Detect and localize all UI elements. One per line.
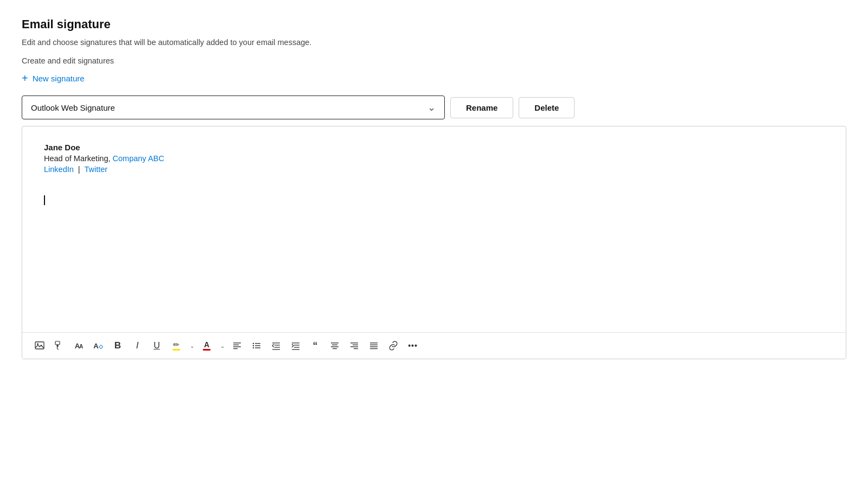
svg-rect-0 xyxy=(35,342,44,349)
font-size-decrease-button[interactable]: AA xyxy=(70,337,87,354)
page-title: Email signature xyxy=(22,17,846,31)
font-color-dropdown-button[interactable]: ⌄ xyxy=(218,337,226,354)
align-center-icon xyxy=(330,341,340,351)
signature-editor[interactable]: Jane Doe Head of Marketing, Company ABC … xyxy=(22,126,846,359)
svg-point-1 xyxy=(37,344,39,345)
align-right-icon xyxy=(349,341,359,351)
font-size-increase-icon: A◇ xyxy=(93,342,103,350)
font-color-button[interactable]: A xyxy=(198,337,215,354)
italic-button[interactable]: I xyxy=(129,337,146,354)
align-left-icon xyxy=(232,341,242,351)
editor-cursor-area xyxy=(44,195,824,205)
justify-button[interactable] xyxy=(365,337,382,354)
svg-point-9 xyxy=(253,345,254,346)
insert-image-button[interactable] xyxy=(31,337,48,354)
new-signature-button[interactable]: + New signature xyxy=(22,73,85,84)
format-painter-button[interactable] xyxy=(50,337,68,354)
sig-title-text: Head of Marketing, xyxy=(44,154,113,163)
signature-dropdown[interactable]: Outlook Web Signature ⌄ xyxy=(22,96,445,119)
font-color-bar xyxy=(203,349,210,351)
image-icon xyxy=(35,341,44,351)
bullet-list-button[interactable] xyxy=(248,337,265,354)
section-label: Create and edit signatures xyxy=(22,56,846,65)
controls-row: Outlook Web Signature ⌄ Rename Delete xyxy=(22,96,846,119)
plus-icon: + xyxy=(22,73,28,84)
italic-icon: I xyxy=(136,340,139,351)
editor-body[interactable]: Jane Doe Head of Marketing, Company ABC … xyxy=(22,126,846,332)
highlight-dropdown-button[interactable]: ⌄ xyxy=(187,337,196,354)
twitter-link[interactable]: Twitter xyxy=(84,165,107,174)
sig-company-link[interactable]: Company ABC xyxy=(113,154,164,163)
align-left-button[interactable] xyxy=(228,337,246,354)
align-center-button[interactable] xyxy=(326,337,343,354)
linkedin-link[interactable]: LinkedIn xyxy=(44,165,74,174)
highlight-button[interactable]: ✏ xyxy=(168,337,185,354)
font-size-increase-button[interactable]: A◇ xyxy=(90,337,107,354)
rename-button[interactable]: Rename xyxy=(450,97,513,118)
indent-decrease-icon xyxy=(271,341,281,351)
bullet-list-icon xyxy=(252,341,261,351)
justify-icon xyxy=(369,341,379,351)
indent-increase-button[interactable] xyxy=(287,337,304,354)
subtitle-text: Edit and choose signatures that will be … xyxy=(22,38,846,47)
sig-name: Jane Doe xyxy=(44,143,824,152)
link-separator: | xyxy=(78,165,80,174)
signature-dropdown-value: Outlook Web Signature xyxy=(31,103,115,112)
align-right-button[interactable] xyxy=(346,337,363,354)
underline-button[interactable]: U xyxy=(148,337,165,354)
insert-link-button[interactable] xyxy=(385,337,402,354)
svg-rect-2 xyxy=(55,341,60,345)
highlight-icon: ✏ xyxy=(173,341,180,351)
sig-title-line: Head of Marketing, Company ABC xyxy=(44,154,824,163)
sig-links-line: LinkedIn | Twitter xyxy=(44,165,824,174)
svg-rect-3 xyxy=(57,345,59,347)
delete-button[interactable]: Delete xyxy=(519,97,575,118)
new-signature-label: New signature xyxy=(33,74,85,83)
indent-increase-icon xyxy=(291,341,301,351)
text-cursor xyxy=(44,195,45,205)
font-size-decrease-icon: AA xyxy=(75,342,83,350)
svg-point-8 xyxy=(253,343,254,344)
bold-button[interactable]: B xyxy=(109,337,126,354)
font-color-icon: A xyxy=(203,341,210,351)
highlight-chevron-icon: ⌄ xyxy=(190,343,194,349)
indent-decrease-button[interactable] xyxy=(267,337,285,354)
quote-button[interactable]: “ xyxy=(307,337,324,354)
svg-point-10 xyxy=(253,347,254,348)
bold-icon: B xyxy=(114,340,121,351)
link-icon xyxy=(388,341,398,351)
chevron-down-icon: ⌄ xyxy=(427,101,436,113)
brush-icon xyxy=(54,341,64,351)
editor-toolbar: AA A◇ B I U ✏ ⌄ A xyxy=(22,332,846,359)
highlight-color-bar xyxy=(173,349,180,351)
font-color-chevron-icon: ⌄ xyxy=(220,343,225,349)
underline-icon: U xyxy=(154,341,160,351)
more-options-button[interactable]: ••• xyxy=(404,337,422,354)
